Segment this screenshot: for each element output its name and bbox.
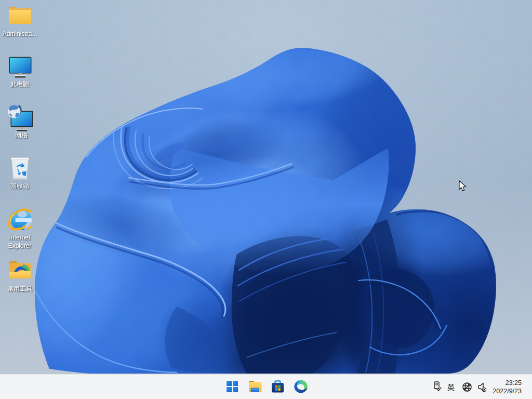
svg-text:Explorer: Explorer [8, 242, 32, 249]
svg-text:23:25: 23:25 [506, 379, 522, 387]
svg-text:Internet: Internet [9, 234, 31, 241]
svg-text:2022/9/23: 2022/9/23 [493, 388, 522, 395]
svg-text:Administra...: Administra... [3, 30, 37, 37]
